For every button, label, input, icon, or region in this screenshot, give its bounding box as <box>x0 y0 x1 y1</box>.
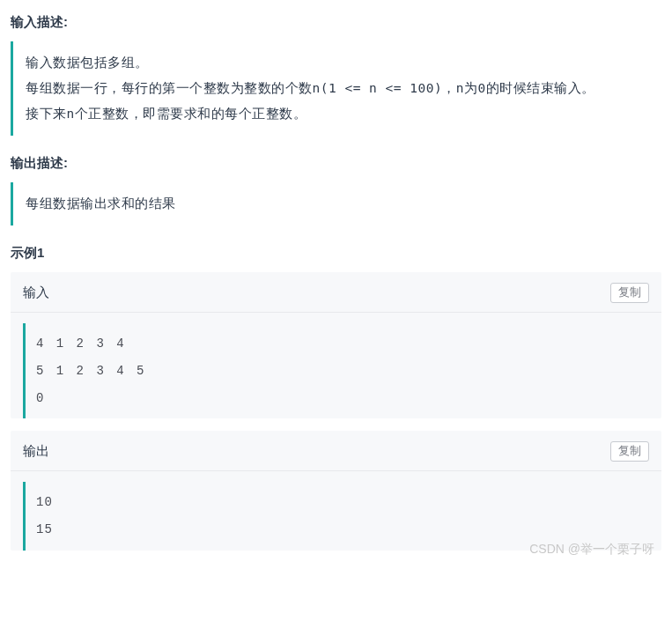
example-output-code-wrap: 10 15 <box>23 482 649 551</box>
input-desc-line: 接下来n个正整数，即需要求和的每个正整数。 <box>26 101 649 127</box>
example-input-header: 输入 复制 <box>11 272 661 313</box>
copy-button[interactable]: 复制 <box>610 441 649 462</box>
example-input-code: 4 1 2 3 4 5 1 2 3 4 5 0 <box>36 330 639 411</box>
example-output-header: 输出 复制 <box>11 431 661 471</box>
example-output-label: 输出 <box>23 443 49 460</box>
example-input-box: 输入 复制 4 1 2 3 4 5 1 2 3 4 5 0 <box>11 272 661 418</box>
example-output-box: 输出 复制 10 15 <box>11 431 661 551</box>
example-input-label: 输入 <box>23 285 49 301</box>
input-desc-line: 每组数据一行，每行的第一个整数为整数的个数n(1 <= n <= 100)，n为… <box>26 76 649 101</box>
input-desc-block: 输入数据包括多组。 每组数据一行，每行的第一个整数为整数的个数n(1 <= n … <box>11 41 661 136</box>
copy-button[interactable]: 复制 <box>610 283 649 303</box>
output-desc-heading: 输出描述: <box>11 155 661 172</box>
output-desc-block: 每组数据输出求和的结果 <box>11 182 661 225</box>
input-desc-line: 输入数据包括多组。 <box>26 50 649 76</box>
example-heading: 示例1 <box>11 245 661 262</box>
example-input-code-wrap: 4 1 2 3 4 5 1 2 3 4 5 0 <box>23 323 649 418</box>
input-desc-heading: 输入描述: <box>11 14 661 31</box>
output-desc-text: 每组数据输出求和的结果 <box>26 191 649 217</box>
example-output-code: 10 15 <box>36 489 639 543</box>
